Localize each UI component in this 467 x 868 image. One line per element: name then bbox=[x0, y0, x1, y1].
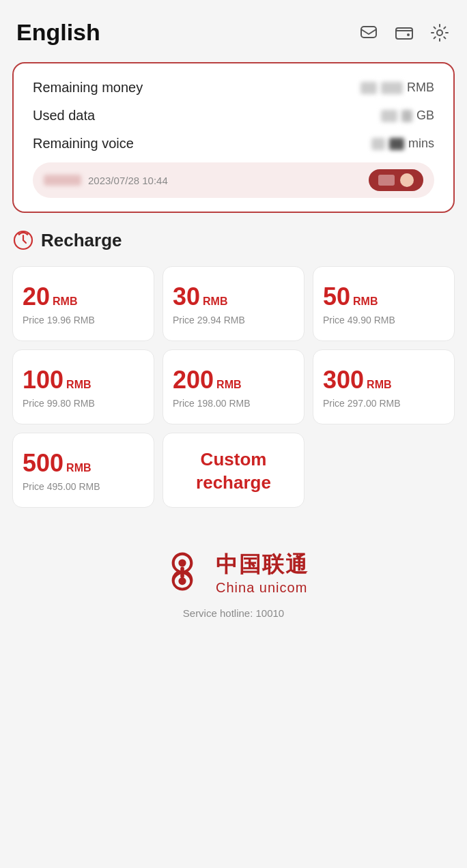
amount-unit-200: RMB bbox=[216, 379, 241, 391]
footer-chinese-name: 中国联通 bbox=[216, 550, 309, 580]
recharge-amount-30: 30 RMB bbox=[173, 285, 227, 309]
recharge-card-200[interactable]: 200 RMB Price 198.00 RMB bbox=[162, 349, 305, 424]
recharge-amount-300: 300 RMB bbox=[323, 368, 392, 392]
svg-point-7 bbox=[178, 559, 186, 566]
recharge-card-50[interactable]: 50 RMB Price 49.90 RMB bbox=[313, 266, 455, 341]
amount-number-500: 500 bbox=[23, 451, 63, 476]
toggle-button[interactable] bbox=[369, 169, 423, 191]
recharge-price-100: Price 99.80 RMB bbox=[23, 398, 95, 409]
svg-rect-1 bbox=[396, 28, 412, 39]
remaining-money-label: Remaining money bbox=[33, 80, 143, 96]
footer-brand: 中国联通 China unicom bbox=[216, 550, 309, 596]
footer: 中国联通 China unicom Service hotline: 10010 bbox=[0, 528, 467, 635]
remaining-voice-amount-blurred bbox=[371, 138, 385, 150]
footer-hotline: Service hotline: 10010 bbox=[183, 607, 284, 619]
remaining-voice-row: Remaining voice mins bbox=[33, 136, 434, 151]
amount-unit-500: RMB bbox=[66, 462, 91, 474]
remaining-money-unit: RMB bbox=[407, 81, 434, 95]
svg-point-8 bbox=[178, 577, 186, 585]
recharge-header: Recharge bbox=[12, 227, 455, 254]
recharge-card-20[interactable]: 20 RMB Price 19.96 RMB bbox=[12, 266, 154, 341]
account-card: Remaining money RMB Used data GB Remaini… bbox=[12, 62, 455, 213]
amount-number-200: 200 bbox=[173, 368, 214, 392]
svg-point-6 bbox=[27, 233, 29, 235]
settings-icon[interactable] bbox=[429, 22, 451, 44]
svg-rect-0 bbox=[361, 27, 376, 38]
used-data-amount-blurred bbox=[381, 110, 397, 122]
amount-unit-50: RMB bbox=[353, 295, 378, 308]
amount-number-30: 30 bbox=[173, 285, 200, 309]
remaining-voice-label: Remaining voice bbox=[33, 136, 134, 151]
toggle-right bbox=[400, 173, 414, 187]
recharge-grid: 20 RMB Price 19.96 RMB 30 RMB Price 29.9… bbox=[12, 266, 455, 508]
recharge-card-500[interactable]: 500 RMB Price 495.00 RMB bbox=[12, 433, 154, 508]
recharge-title: Recharge bbox=[41, 230, 122, 251]
remaining-voice-unit: mins bbox=[408, 136, 434, 151]
recharge-amount-200: 200 RMB bbox=[173, 368, 242, 392]
amount-number-20: 20 bbox=[23, 285, 50, 309]
recharge-amount-20: 20 RMB bbox=[23, 285, 77, 309]
wallet-icon[interactable] bbox=[393, 22, 415, 44]
amount-unit-100: RMB bbox=[66, 379, 91, 391]
svg-rect-9 bbox=[180, 567, 184, 579]
svg-point-3 bbox=[437, 30, 442, 35]
recharge-section: Recharge 20 RMB Price 19.96 RMB 30 RMB P… bbox=[0, 227, 467, 508]
recharge-amount-500: 500 RMB bbox=[23, 451, 91, 476]
svg-point-2 bbox=[407, 33, 410, 36]
svg-point-5 bbox=[18, 233, 20, 235]
remaining-voice-amount-blurred2 bbox=[389, 138, 404, 150]
used-data-amount-blurred2 bbox=[401, 110, 412, 122]
amount-unit-30: RMB bbox=[203, 295, 227, 308]
recharge-card-100[interactable]: 100 RMB Price 99.80 RMB bbox=[12, 349, 154, 424]
used-data-unit: GB bbox=[416, 108, 434, 123]
remaining-money-row: Remaining money RMB bbox=[33, 80, 434, 96]
recharge-price-20: Price 19.96 RMB bbox=[23, 315, 95, 326]
recharge-price-30: Price 29.94 RMB bbox=[173, 315, 245, 326]
recharge-price-500: Price 495.00 RMB bbox=[23, 481, 100, 492]
footer-logo: 中国联通 China unicom bbox=[158, 549, 309, 596]
recharge-card-custom[interactable]: Custom recharge bbox=[162, 433, 305, 508]
date-bar-left: 2023/07/28 10:44 bbox=[44, 175, 168, 186]
used-data-label: Used data bbox=[33, 108, 95, 124]
footer-english-name: China unicom bbox=[216, 580, 307, 596]
recharge-icon bbox=[12, 229, 34, 251]
unicom-logo-icon bbox=[158, 549, 206, 596]
toggle-left bbox=[378, 175, 395, 186]
remaining-money-amount-blurred bbox=[360, 82, 377, 94]
date-text: 2023/07/28 10:44 bbox=[88, 175, 168, 186]
remaining-money-value: RMB bbox=[360, 81, 434, 95]
remaining-voice-value: mins bbox=[371, 136, 434, 151]
message-icon[interactable] bbox=[358, 22, 380, 44]
date-blurred bbox=[44, 175, 81, 186]
recharge-amount-50: 50 RMB bbox=[323, 285, 378, 309]
recharge-card-300[interactable]: 300 RMB Price 297.00 RMB bbox=[313, 349, 455, 424]
page-title: English bbox=[16, 19, 100, 46]
amount-number-100: 100 bbox=[23, 368, 63, 392]
header-icon-group bbox=[358, 22, 451, 44]
used-data-row: Used data GB bbox=[33, 108, 434, 124]
remaining-money-amount-blurred2 bbox=[381, 82, 403, 94]
used-data-value: GB bbox=[381, 108, 434, 123]
amount-number-50: 50 bbox=[323, 285, 350, 309]
amount-number-300: 300 bbox=[323, 368, 364, 392]
custom-recharge-label: Custom recharge bbox=[173, 448, 294, 495]
amount-unit-20: RMB bbox=[53, 295, 77, 308]
amount-unit-300: RMB bbox=[367, 379, 391, 391]
recharge-price-50: Price 49.90 RMB bbox=[323, 315, 395, 326]
recharge-price-300: Price 297.00 RMB bbox=[323, 398, 401, 409]
recharge-amount-100: 100 RMB bbox=[23, 368, 91, 392]
date-bar: 2023/07/28 10:44 bbox=[33, 162, 434, 198]
recharge-price-200: Price 198.00 RMB bbox=[173, 398, 251, 409]
recharge-card-30[interactable]: 30 RMB Price 29.94 RMB bbox=[162, 266, 305, 341]
header: English bbox=[0, 0, 467, 57]
